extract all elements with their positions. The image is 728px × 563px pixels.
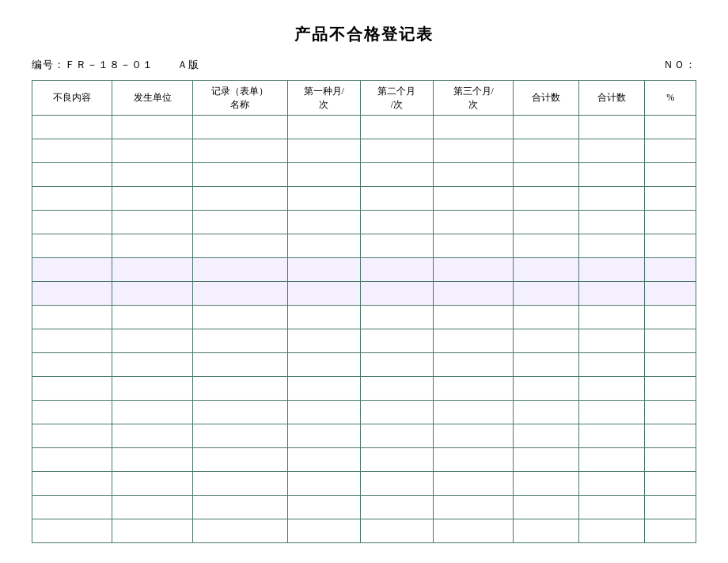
table-cell [645,424,696,448]
table-row [32,377,696,401]
table-cell [579,187,645,211]
table-row [32,496,696,519]
table-cell [32,211,112,234]
table-cell [192,377,287,401]
table-cell [645,234,696,258]
table-cell [287,139,360,163]
table-row [32,519,696,543]
table-cell [112,448,192,472]
table-cell [287,377,360,401]
table-cell [514,282,579,306]
table-cell [32,401,112,424]
table-cell [32,187,112,211]
table-cell [192,139,287,163]
table-cell [645,377,696,401]
table-cell [32,472,112,496]
table-row [32,139,696,163]
table-cell [645,472,696,496]
table-cell [287,258,360,282]
table-cell [434,234,514,258]
table-cell [579,448,645,472]
table-cell [32,306,112,329]
table-cell [645,496,696,519]
table-cell [514,472,579,496]
table-cell [112,116,192,139]
table-cell [645,448,696,472]
header-total1: 合计数 [514,81,579,116]
table-cell [32,424,112,448]
table-cell [360,187,433,211]
table-cell [287,472,360,496]
table-cell [514,496,579,519]
table-row [32,211,696,234]
table-cell [579,211,645,234]
table-cell [645,353,696,377]
table-cell [579,329,645,353]
table-row [32,353,696,377]
table-cell [579,139,645,163]
table-cell [287,163,360,187]
table-cell [112,306,192,329]
table-cell [112,211,192,234]
table-cell [645,187,696,211]
table-cell [192,116,287,139]
table-cell [360,282,433,306]
table-cell [192,163,287,187]
table-cell [645,139,696,163]
table-cell [579,282,645,306]
table-cell [579,401,645,424]
table-cell [287,211,360,234]
table-cell [579,234,645,258]
table-cell [434,519,514,543]
table-cell [514,187,579,211]
table-cell [645,211,696,234]
table-row [32,258,696,282]
table-cell [434,211,514,234]
table-cell [287,448,360,472]
table-cell [579,353,645,377]
header-percent: % [645,81,696,116]
table-cell [434,401,514,424]
table-cell [287,496,360,519]
table-cell [32,448,112,472]
table-row [32,424,696,448]
table-cell [32,139,112,163]
table-cell [112,401,192,424]
table-cell [192,401,287,424]
table-cell [192,496,287,519]
table-cell [32,163,112,187]
table-cell [645,116,696,139]
table-cell [360,258,433,282]
table-cell [287,353,360,377]
table-cell [287,401,360,424]
table-cell [112,353,192,377]
table-cell [112,139,192,163]
table-cell [514,353,579,377]
table-row [32,234,696,258]
table-cell [434,306,514,329]
table-cell [579,258,645,282]
table-cell [112,496,192,519]
table-cell [434,448,514,472]
table-cell [645,163,696,187]
table-cell [192,472,287,496]
table-cell [579,116,645,139]
table-cell [360,472,433,496]
table-cell [434,353,514,377]
table-cell [32,282,112,306]
table-cell [514,519,579,543]
table-cell [514,377,579,401]
table-cell [434,187,514,211]
table-cell [514,211,579,234]
table-cell [579,163,645,187]
table-cell [360,519,433,543]
table-cell [192,187,287,211]
table-row [32,448,696,472]
header-total2: 合计数 [579,81,645,116]
table-cell [112,424,192,448]
table-cell [360,329,433,353]
table-row [32,306,696,329]
table-cell [112,519,192,543]
table-cell [287,282,360,306]
table-cell [645,401,696,424]
